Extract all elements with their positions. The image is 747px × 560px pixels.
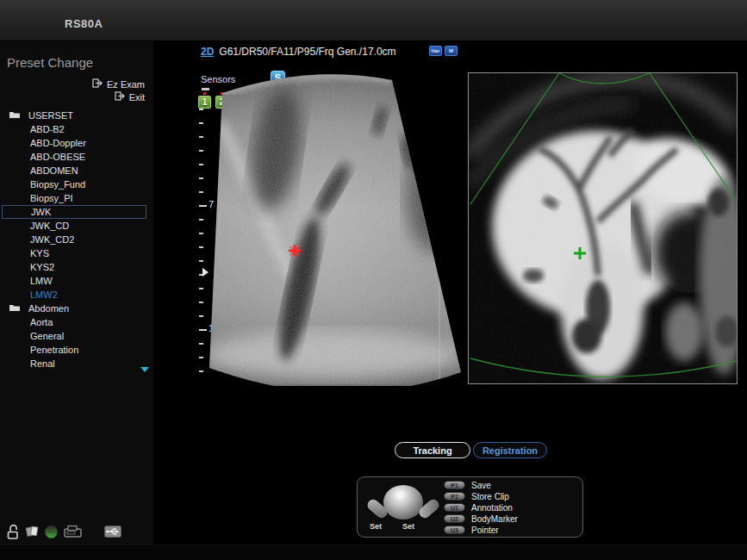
tracking-marker-red: [289, 245, 301, 257]
mri-fusion-pane[interactable]: [468, 72, 738, 384]
mri-image: [469, 73, 737, 383]
printer-icon[interactable]: [63, 525, 84, 543]
exit-arrow-icon: [115, 91, 125, 103]
p2-key-button[interactable]: P2: [444, 492, 465, 501]
preset-list: USERSET ABD-B2 ABD-Doppler ABD-OBESE ABD…: [0, 109, 153, 370]
exit-label: Exit: [129, 92, 145, 103]
softkey-row-pointer: U3 Pointer: [444, 526, 518, 534]
ultrasound-image: [203, 69, 465, 386]
trackball[interactable]: [383, 485, 423, 520]
documents-icon[interactable]: [24, 525, 40, 543]
preset-item[interactable]: JWK_CD: [0, 219, 153, 233]
preset-item[interactable]: Penetration: [0, 343, 153, 357]
softkey-row-bodymarker: U2 BodyMarker: [444, 514, 518, 523]
preset-item[interactable]: KYS2: [0, 260, 153, 274]
u1-key-button[interactable]: U1: [444, 503, 465, 512]
preset-item[interactable]: ABDOMEN: [0, 164, 153, 177]
top-bar: RS80A: [0, 0, 747, 41]
preset-group-userset[interactable]: USERSET: [0, 109, 153, 122]
preset-item[interactable]: Biopsy_PI: [0, 191, 153, 205]
preset-item[interactable]: ABD-B2: [0, 122, 153, 136]
preset-item[interactable]: LMW: [0, 274, 153, 288]
preset-item[interactable]: ABD-Doppler: [0, 136, 153, 150]
screen: RS80A Preset Change Ez Exam Exit USERSET: [0, 0, 747, 560]
usb-icon[interactable]: [104, 526, 121, 541]
tracking-button[interactable]: Tracking: [395, 442, 470, 458]
ez-exam-button[interactable]: Ez Exam: [92, 78, 145, 90]
u3-key-button[interactable]: U3: [444, 526, 465, 534]
trackball-control-panel: Set Set P1 Save P2 Store Clip U1 Annotat…: [357, 476, 583, 538]
header-icon-chips: Har M: [429, 46, 458, 56]
u2-key-button[interactable]: U2: [444, 514, 465, 523]
m-mode-icon: M: [445, 46, 458, 56]
image-params: G61/DR50/FA11/P95/Frq Gen./17.0cm: [219, 46, 395, 58]
softkey-row-save: P1 Save: [444, 481, 518, 489]
preset-sidebar: Preset Change Ez Exam Exit USERSET ABD-B…: [0, 41, 153, 544]
preset-item[interactable]: Aorta: [0, 315, 153, 329]
folder-icon: [9, 302, 21, 315]
status-icon-row: [7, 524, 121, 543]
preset-item[interactable]: JWK_CD2: [0, 233, 153, 246]
unlock-icon[interactable]: [7, 524, 20, 543]
softkey-row-store-clip: P2 Store Clip: [444, 492, 518, 501]
mode-2d-label: 2D: [201, 46, 214, 58]
softkey-list: P1 Save P2 Store Clip U1 Annotation U2 B…: [444, 481, 518, 534]
scroll-down-icon[interactable]: [140, 367, 149, 372]
sidebar-actions: Ez Exam Exit: [92, 78, 145, 103]
set-left-label: Set: [370, 522, 382, 531]
harmonic-icon: Har: [429, 46, 442, 56]
registration-button[interactable]: Registration: [473, 442, 547, 458]
sidebar-title: Preset Change: [7, 55, 93, 70]
preset-item-active[interactable]: LMW2: [0, 288, 153, 302]
status-ok-icon: [44, 525, 59, 543]
p1-key-button[interactable]: P1: [444, 481, 465, 489]
preset-item[interactable]: KYS: [0, 246, 153, 260]
folder-icon: [9, 109, 21, 122]
exit-button[interactable]: Exit: [92, 90, 145, 103]
system-title: RS80A: [65, 17, 103, 30]
preset-group-abdomen[interactable]: Abdomen: [0, 302, 153, 315]
preset-item[interactable]: Biopsy_Fund: [0, 177, 153, 191]
ez-exam-label: Ez Exam: [107, 79, 145, 90]
imaging-area: 2DG61/DR50/FA11/P95/Frq Gen./17.0cm Har …: [153, 41, 747, 544]
preset-item-selected[interactable]: JWK: [2, 205, 146, 219]
softkey-row-annotation: U1 Annotation: [444, 503, 518, 512]
ultrasound-pane[interactable]: Sensors 1 2 3 4 S 7 14: [196, 69, 465, 386]
exit-arrow-icon: [92, 78, 103, 90]
bottom-bar: [0, 544, 747, 560]
preset-item[interactable]: Renal: [0, 357, 153, 370]
preset-item[interactable]: ABD-OBESE: [0, 150, 153, 164]
annotation-bar: 2DG61/DR50/FA11/P95/Frq Gen./17.0cm: [201, 46, 396, 58]
preset-item[interactable]: General: [0, 329, 153, 343]
set-right-label: Set: [402, 522, 414, 531]
